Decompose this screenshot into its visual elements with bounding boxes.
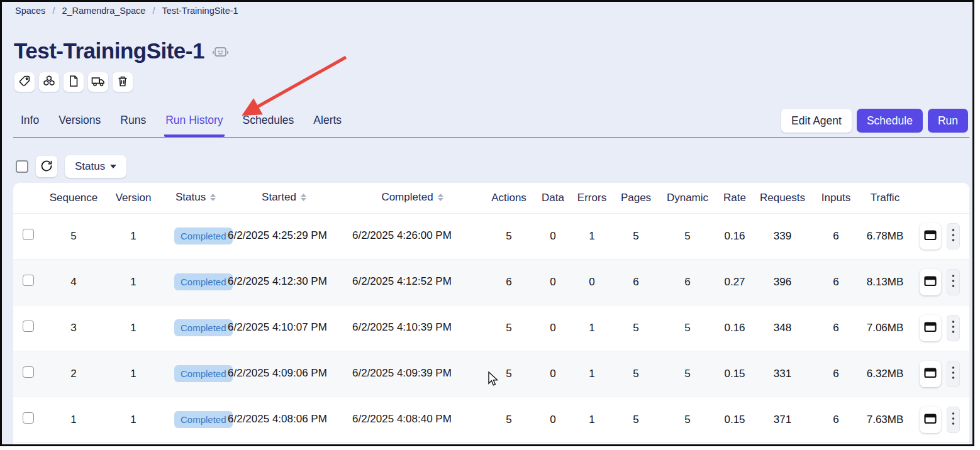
cell-version: 1	[104, 397, 163, 442]
kebab-icon	[952, 274, 955, 290]
row-checkbox[interactable]	[23, 229, 34, 240]
cell-actions: 5	[479, 305, 539, 351]
status-badge: Completed	[174, 365, 233, 382]
document-button[interactable]	[64, 72, 84, 92]
cell-inputs: 6	[816, 213, 856, 259]
cell-completed: 6/2/2025 4:10:39 PM	[347, 305, 479, 351]
column-header-errors: Errors	[567, 183, 617, 213]
cell-rate: 0.15	[720, 397, 749, 442]
open-run-button[interactable]	[920, 269, 941, 295]
run-history-table: Sequence Version Status Started Complete…	[13, 183, 969, 446]
cell-started: 6/2/2025 4:10:07 PM	[222, 305, 347, 351]
status-badge: Completed	[174, 411, 233, 428]
cell-errors: 1	[567, 351, 617, 397]
cell-actions: 5	[479, 213, 539, 259]
tab-versions[interactable]: Versions	[57, 114, 102, 137]
sort-icon	[209, 192, 216, 204]
export-button[interactable]	[88, 72, 108, 92]
cell-inputs: 6	[816, 305, 856, 351]
cubes-icon	[43, 75, 55, 89]
breadcrumb-agent[interactable]: Test-TrainingSite-1	[162, 6, 238, 16]
cell-rate: 0.16	[720, 213, 749, 259]
breadcrumb: Spaces / 2_Ramendra_Space / Test-Trainin…	[15, 6, 238, 16]
row-menu-button[interactable]	[947, 315, 960, 341]
status-badge: Completed	[174, 228, 233, 244]
open-run-button[interactable]	[920, 315, 941, 341]
row-checkbox[interactable]	[23, 321, 34, 332]
row-menu-button[interactable]	[947, 223, 960, 250]
cell-status: Completed	[163, 259, 222, 305]
row-checkbox[interactable]	[23, 366, 34, 378]
cell-data: 0	[539, 397, 567, 442]
window-icon	[924, 322, 937, 334]
cell-actions: 5	[479, 397, 539, 442]
column-header-sequence: Sequence	[43, 183, 104, 213]
row-checkbox[interactable]	[23, 412, 34, 424]
run-button[interactable]: Run	[928, 109, 968, 133]
column-header-actions: Actions	[479, 183, 539, 213]
cell-dynamic: 6	[655, 259, 720, 305]
sort-icon	[300, 192, 307, 204]
table-row: 4 1 Completed 6/2/2025 4:12:30 PM 6/2/20…	[13, 259, 969, 305]
refresh-button[interactable]	[36, 156, 57, 177]
cell-dynamic: 5	[655, 351, 720, 397]
cell-errors: 0	[567, 259, 617, 305]
tab-run-history[interactable]: Run History	[164, 114, 224, 137]
row-menu-button[interactable]	[947, 361, 960, 387]
cell-traffic: 7.06MB	[856, 305, 914, 351]
schedule-button[interactable]: Schedule	[857, 109, 923, 133]
tab-runs[interactable]: Runs	[119, 114, 147, 137]
select-all-checkbox[interactable]	[16, 160, 28, 173]
kebab-icon	[952, 320, 955, 336]
cell-version: 1	[104, 259, 163, 305]
window-icon	[924, 414, 937, 426]
row-menu-button[interactable]	[947, 407, 960, 433]
cell-rate: 0.16	[720, 305, 749, 351]
table-header-row: Sequence Version Status Started Complete…	[13, 183, 969, 213]
open-run-button[interactable]	[920, 223, 941, 250]
column-header-started[interactable]: Started	[222, 183, 347, 213]
cell-status: Completed	[163, 351, 222, 397]
cell-pages: 5	[617, 351, 655, 397]
edit-agent-button[interactable]: Edit Agent	[781, 109, 852, 133]
modules-button[interactable]	[39, 72, 59, 92]
page-title: Test-TrainingSite-1	[14, 38, 204, 63]
cell-completed: 6/2/2025 4:26:00 PM	[347, 213, 479, 259]
cell-pages: 5	[617, 397, 655, 442]
cell-requests: 371	[749, 397, 816, 442]
table-row: 1 1 Completed 6/2/2025 4:08:06 PM 6/2/20…	[13, 397, 969, 442]
table-row: 3 1 Completed 6/2/2025 4:10:07 PM 6/2/20…	[13, 305, 969, 351]
breadcrumb-space[interactable]: 2_Ramendra_Space	[62, 6, 145, 16]
open-run-button[interactable]	[920, 361, 941, 387]
cell-started: 6/2/2025 4:08:06 PM	[222, 397, 347, 442]
truck-icon	[91, 75, 105, 89]
tag-button[interactable]	[14, 72, 35, 92]
trash-icon	[116, 75, 129, 89]
status-badge: Completed	[174, 319, 233, 336]
row-menu-button[interactable]	[947, 269, 960, 295]
header-open	[914, 183, 947, 213]
column-header-status[interactable]: Status	[163, 183, 222, 213]
open-run-button[interactable]	[920, 407, 941, 433]
cell-data: 0	[539, 213, 567, 259]
tab-schedules[interactable]: Schedules	[242, 114, 296, 137]
column-header-completed[interactable]: Completed	[347, 183, 479, 213]
window-icon	[924, 276, 937, 288]
cell-data: 0	[539, 351, 567, 397]
breadcrumb-spaces[interactable]: Spaces	[15, 6, 45, 16]
breadcrumb-separator: /	[152, 6, 155, 16]
cell-traffic: 6.78MB	[856, 213, 914, 259]
tab-alerts[interactable]: Alerts	[312, 114, 343, 137]
status-filter-dropdown[interactable]: Status	[65, 155, 126, 178]
cell-pages: 5	[617, 305, 655, 351]
cell-data: 0	[539, 259, 567, 305]
window-icon	[924, 230, 937, 243]
cell-rate: 0.15	[720, 351, 749, 397]
tab-info[interactable]: Info	[19, 114, 40, 137]
column-header-pages: Pages	[617, 183, 655, 213]
cell-pages: 6	[617, 259, 655, 305]
row-checkbox[interactable]	[23, 275, 34, 286]
table-row: 2 1 Completed 6/2/2025 4:09:06 PM 6/2/20…	[13, 351, 969, 397]
cell-data: 0	[539, 305, 567, 351]
delete-button[interactable]	[113, 72, 133, 92]
